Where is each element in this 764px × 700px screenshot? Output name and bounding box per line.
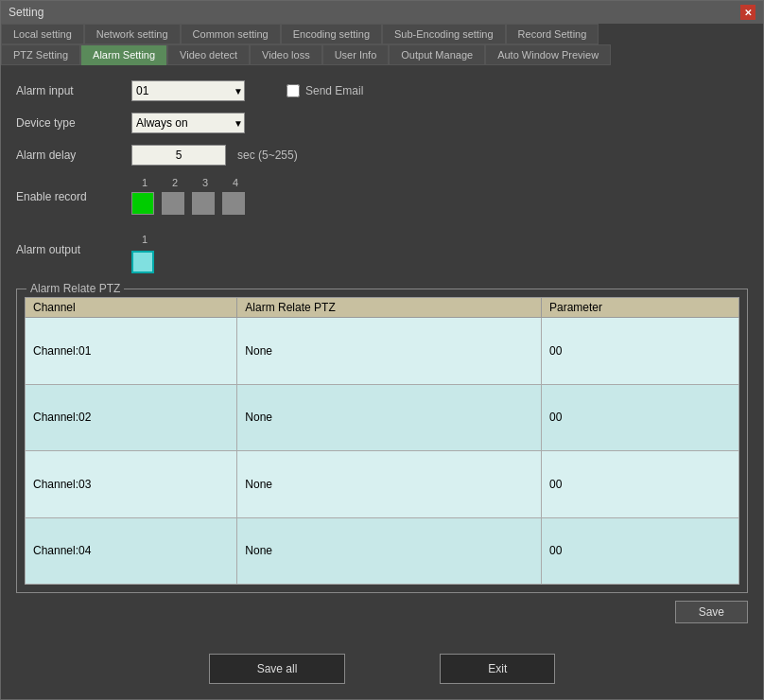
- cell-channel-4: Channel:04: [26, 517, 237, 585]
- send-email-checkbox[interactable]: [286, 84, 300, 97]
- close-button[interactable]: ✕: [740, 5, 755, 20]
- cell-param-4: 00: [541, 517, 738, 585]
- tab-sub-encoding-setting[interactable]: Sub-Encoding setting: [382, 24, 506, 44]
- device-type-label: Device type: [16, 116, 120, 130]
- save-button[interactable]: Save: [675, 601, 748, 623]
- title-bar: Setting ✕: [1, 1, 763, 24]
- content-area: Alarm input 01 02 03 04 ▼ Send Email: [1, 65, 763, 639]
- alarm-delay-suffix: sec (5~255): [237, 149, 298, 162]
- tab-row-2: PTZ Setting Alarm Setting Video detect V…: [1, 44, 763, 65]
- tab-network-setting[interactable]: Network setting: [84, 24, 181, 44]
- cell-param-3: 00: [541, 451, 738, 518]
- cell-param-2: 00: [541, 384, 738, 451]
- device-type-row: Device type Always on Normal open Normal…: [16, 113, 748, 133]
- col-parameter: Parameter: [541, 298, 738, 318]
- channel-num-2: 2: [164, 177, 186, 188]
- output-squares: [131, 251, 156, 273]
- channel-btn-4[interactable]: [222, 192, 245, 215]
- table-row: Channel:01 None 00: [26, 318, 739, 385]
- device-type-dropdown-wrapper: Always on Normal open Normal close ▼: [131, 113, 245, 133]
- alarm-output-section: Alarm output 1: [16, 230, 748, 273]
- bottom-bar: Save all Exit: [1, 639, 763, 699]
- tab-auto-window-preview[interactable]: Auto Window Preview: [485, 44, 611, 65]
- cell-ptz-3: None: [237, 451, 542, 518]
- tab-ptz-setting[interactable]: PTZ Setting: [1, 44, 80, 65]
- tab-encoding-setting[interactable]: Encoding setting: [281, 24, 382, 44]
- send-email-row: Send Email: [286, 84, 363, 97]
- col-alarm-relate-ptz: Alarm Relate PTZ: [237, 298, 542, 318]
- save-all-button[interactable]: Save all: [209, 654, 346, 684]
- table-row: Channel:02 None 00: [26, 384, 739, 451]
- alarm-output-label: Alarm output: [16, 243, 120, 256]
- output-num-1: 1: [133, 234, 156, 245]
- table-row: Channel:03 None 00: [26, 451, 739, 518]
- tab-video-loss[interactable]: Video loss: [250, 44, 322, 65]
- output-buttons: 1: [131, 230, 156, 273]
- tab-row-1: Local setting Network setting Common set…: [1, 24, 763, 44]
- channel-btn-2[interactable]: [162, 192, 184, 215]
- channel-buttons: 1 2 3 4: [131, 177, 247, 215]
- alarm-input-select[interactable]: 01 02 03 04: [131, 80, 245, 101]
- table-row: Channel:04 None 00: [26, 517, 739, 585]
- output-nums: 1: [131, 234, 156, 245]
- exit-button[interactable]: Exit: [440, 654, 555, 684]
- tab-output-manage[interactable]: Output Manage: [389, 44, 485, 65]
- tab-common-setting[interactable]: Common setting: [181, 24, 281, 44]
- cell-param-1: 00: [541, 318, 738, 385]
- tab-alarm-setting[interactable]: Alarm Setting: [80, 44, 167, 65]
- tab-record-setting[interactable]: Record Setting: [506, 24, 599, 44]
- cell-channel-1: Channel:01: [26, 318, 237, 385]
- enable-record-label: Enable record: [16, 190, 120, 203]
- main-window: Setting ✕ Local setting Network setting …: [0, 0, 764, 700]
- form-section: Alarm input 01 02 03 04 ▼ Send Email: [16, 80, 748, 215]
- alarm-output-row: Alarm output 1: [16, 230, 748, 273]
- alarm-input-label: Alarm input: [16, 84, 120, 97]
- cell-channel-3: Channel:03: [26, 451, 237, 518]
- channel-num-1: 1: [133, 177, 156, 188]
- tab-user-info[interactable]: User Info: [322, 44, 390, 65]
- channel-btn-3[interactable]: [192, 192, 215, 215]
- tab-video-detect[interactable]: Video detect: [167, 44, 250, 65]
- channel-squares: [131, 192, 247, 215]
- tab-local-setting[interactable]: Local setting: [1, 24, 84, 44]
- alarm-input-dropdown-wrapper: 01 02 03 04 ▼: [131, 80, 245, 101]
- cell-ptz-2: None: [237, 384, 542, 451]
- send-email-label: Send Email: [305, 84, 363, 97]
- save-row: Save: [16, 601, 748, 623]
- cell-channel-2: Channel:02: [26, 384, 237, 451]
- ptz-table: Channel Alarm Relate PTZ Parameter Chann…: [25, 297, 739, 585]
- enable-record-row: Enable record 1 2 3 4: [16, 177, 748, 215]
- alarm-input-row: Alarm input 01 02 03 04 ▼ Send Email: [16, 80, 748, 101]
- channel-num-4: 4: [224, 177, 247, 188]
- cell-ptz-4: None: [237, 517, 542, 585]
- channel-nums: 1 2 3 4: [131, 177, 247, 188]
- col-channel: Channel: [26, 298, 237, 318]
- alarm-ptz-section: Alarm Relate PTZ Channel Alarm Relate PT…: [16, 289, 748, 593]
- device-type-select[interactable]: Always on Normal open Normal close: [131, 113, 245, 133]
- cell-ptz-1: None: [237, 318, 542, 385]
- channel-num-3: 3: [194, 177, 217, 188]
- alarm-delay-input[interactable]: [131, 145, 226, 166]
- alarm-ptz-legend: Alarm Relate PTZ: [26, 282, 124, 295]
- window-title: Setting: [9, 6, 43, 19]
- alarm-delay-row: Alarm delay sec (5~255): [16, 145, 748, 166]
- channel-btn-1[interactable]: [131, 192, 154, 215]
- output-btn-1[interactable]: [131, 251, 154, 273]
- alarm-delay-label: Alarm delay: [16, 149, 120, 162]
